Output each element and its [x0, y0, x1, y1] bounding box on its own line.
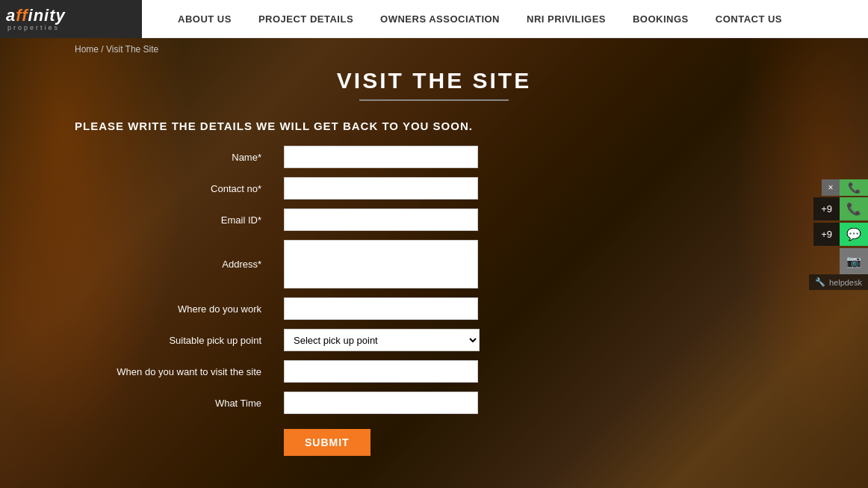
widget-close-button[interactable]: × — [822, 179, 840, 196]
logo-area[interactable]: affinity properties — [0, 0, 142, 38]
label-contact: Contact no* — [75, 183, 284, 194]
nav-bookings[interactable]: BOOKINGS — [619, 0, 702, 38]
logo-wrapper: affinity properties — [0, 0, 142, 38]
logo-sub: properties — [0, 24, 142, 31]
input-work[interactable] — [284, 297, 478, 320]
input-address[interactable] — [284, 240, 478, 288]
right-widget: × 📞 +9 📞 +9 💬 📷 🔧 helpdesk — [809, 179, 868, 290]
widget-whatsapp-icon[interactable]: 💬 — [840, 223, 868, 246]
nav-project-details[interactable]: PROJECT DETAILS — [245, 0, 367, 38]
label-work: Where do you work — [75, 303, 284, 315]
form-row-address: Address* — [75, 240, 793, 288]
nav-contact-us[interactable]: CONTACT US — [702, 0, 796, 38]
nav-owners-association[interactable]: OWNERS ASSOCIATION — [367, 0, 513, 38]
phone-call-icon: 📞 — [846, 202, 861, 216]
helpdesk-label: helpdesk — [829, 278, 862, 287]
main-content: Home / Visit The Site VISIT THE SITE PLE… — [0, 38, 868, 488]
phone-icon-top[interactable]: 📞 — [840, 179, 868, 196]
form-row-pickup: Suitable pick up point Select pick up po… — [75, 329, 793, 351]
whatsapp-icon-svg: 💬 — [846, 227, 861, 241]
input-visit-date[interactable] — [284, 360, 478, 383]
form-subtitle: PLEASE WRITE THE DETAILS WE WILL GET BAC… — [75, 120, 793, 132]
form-section: PLEASE WRITE THE DETAILS WE WILL GET BAC… — [0, 112, 868, 471]
select-pickup[interactable]: Select pick up point — [284, 329, 480, 351]
phone-number-2: +9 — [813, 223, 840, 246]
input-name[interactable] — [284, 146, 478, 168]
submit-button[interactable]: SUBMIT — [284, 429, 371, 456]
form-row-work: Where do you work — [75, 297, 793, 320]
header: affinity properties ABOUT US PROJECT DET… — [0, 0, 868, 38]
label-visit-date: When do you want to visit the site — [75, 366, 284, 377]
form-row-email: Email ID* — [75, 209, 793, 231]
input-email[interactable] — [284, 209, 478, 231]
form-row-visit-date: When do you want to visit the site — [75, 360, 793, 383]
main-nav: ABOUT US PROJECT DETAILS OWNERS ASSOCIAT… — [164, 0, 796, 38]
helpdesk-icon: 🔧 — [815, 277, 825, 287]
widget-row-1: +9 📞 — [813, 197, 868, 220]
input-visit-time[interactable] — [284, 392, 478, 414]
title-divider — [359, 99, 509, 101]
page-title: VISIT THE SITE — [0, 68, 868, 93]
label-visit-time: What Time — [75, 398, 284, 409]
label-pickup: Suitable pick up point — [75, 335, 284, 346]
phone-number-1: +9 — [813, 197, 840, 220]
phone-icon-svg: 📞 — [848, 182, 861, 194]
label-name: Name* — [75, 152, 284, 163]
form-row-contact: Contact no* — [75, 177, 793, 200]
widget-phone-icon-1[interactable]: 📞 — [840, 197, 868, 220]
video-call-icon: 📷 — [846, 254, 861, 268]
video-row: 📷 — [840, 248, 868, 274]
form-row-visit-time: What Time — [75, 392, 793, 414]
form-row-name: Name* — [75, 146, 793, 168]
nav-about-us[interactable]: ABOUT US — [164, 0, 245, 38]
submit-row: SUBMIT — [75, 429, 793, 456]
nav-nri-priviliges[interactable]: NRI PRIVILIGES — [513, 0, 619, 38]
widget-row-2: +9 💬 — [813, 223, 868, 246]
helpdesk-bar: 🔧 helpdesk — [809, 274, 868, 290]
breadcrumb: Home / Visit The Site — [0, 38, 868, 61]
widget-video-icon[interactable]: 📷 — [840, 248, 868, 274]
input-contact[interactable] — [284, 177, 478, 200]
label-address: Address* — [75, 259, 284, 270]
logo-text: affinity — [0, 0, 142, 25]
page-title-section: VISIT THE SITE — [0, 61, 868, 112]
label-email: Email ID* — [75, 214, 284, 226]
